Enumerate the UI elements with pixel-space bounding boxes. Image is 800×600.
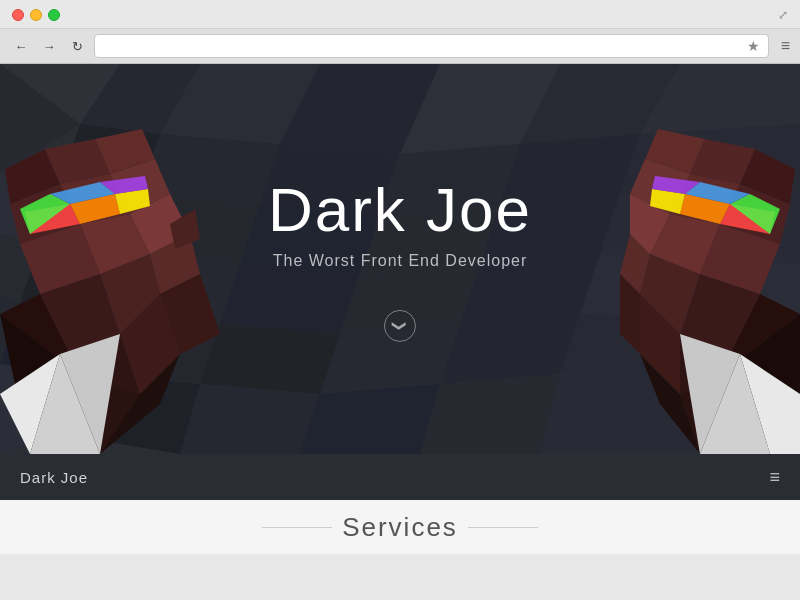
browser-menu-icon[interactable]: ≡ (781, 37, 790, 55)
back-button[interactable]: ← (10, 35, 32, 57)
hero-section: Dark Joe The Worst Front End Developer ❯ (0, 64, 800, 454)
character-left (0, 94, 220, 454)
scroll-down-button[interactable]: ❯ (384, 310, 416, 342)
traffic-lights (12, 9, 60, 21)
nav-brand[interactable]: Dark Joe (20, 469, 88, 486)
svg-marker-39 (420, 374, 560, 454)
nav-bar: ← → ↻ ★ ≡ (0, 29, 800, 63)
refresh-button[interactable]: ↻ (66, 35, 88, 57)
website-content: Dark Joe The Worst Front End Developer ❯… (0, 64, 800, 554)
services-section: Services (0, 500, 800, 554)
bookmark-icon[interactable]: ★ (747, 38, 760, 54)
character-right (620, 94, 800, 454)
hero-subtitle: The Worst Front End Developer (268, 252, 532, 270)
address-bar[interactable]: ★ (94, 34, 769, 58)
services-title: Services (342, 512, 458, 543)
svg-marker-38 (300, 384, 440, 454)
close-button[interactable] (12, 9, 24, 21)
browser-chrome: ⤢ ← → ↻ ★ ≡ (0, 0, 800, 64)
maximize-button[interactable] (48, 9, 60, 21)
nav-menu-icon[interactable]: ≡ (769, 467, 780, 488)
forward-button[interactable]: → (38, 35, 60, 57)
hero-title: Dark Joe (268, 176, 532, 244)
hero-content: Dark Joe The Worst Front End Developer ❯ (268, 176, 532, 342)
title-bar: ⤢ (0, 0, 800, 29)
sticky-nav: Dark Joe ≡ (0, 454, 800, 500)
chevron-down-icon: ❯ (393, 320, 407, 332)
minimize-button[interactable] (30, 9, 42, 21)
expand-icon: ⤢ (778, 8, 788, 22)
